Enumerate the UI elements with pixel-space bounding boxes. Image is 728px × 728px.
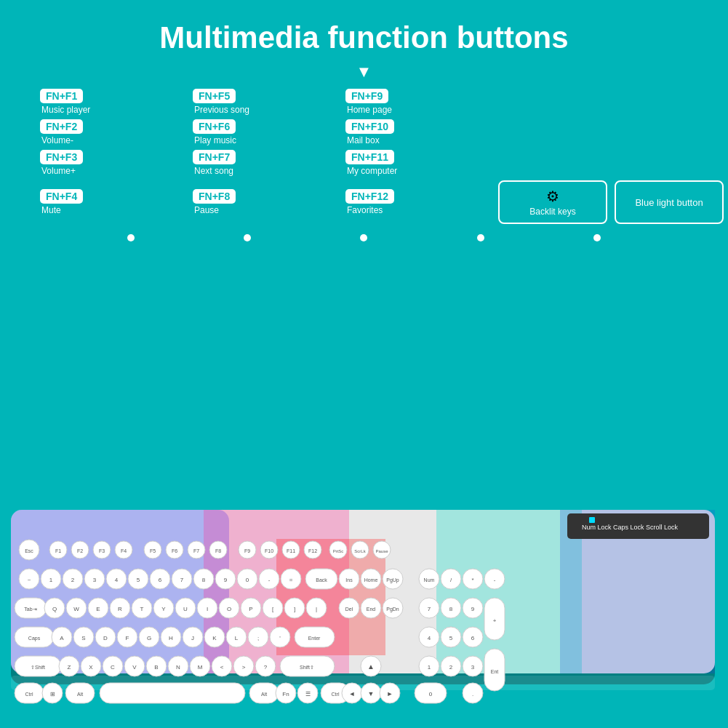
svg-text:|: | [316,606,317,612]
fn-f4: FN+F4 Mute [40,189,185,215]
svg-text:.: . [472,691,473,697]
svg-text:1: 1 [428,664,431,671]
function-row-4: FN+F4 Mute FN+F8 Pause FN+F12 Favorites … [0,180,728,224]
svg-text:F6: F6 [172,548,177,553]
fn-f9-key: FN+F9 [345,89,388,103]
fn-f2-desc: Volume- [40,135,185,145]
fn-f8-desc: Pause [193,205,338,215]
blue-light-label: Blue light button [635,197,703,208]
svg-text:B: B [154,664,158,671]
fn-f6-desc: Play music [193,135,338,145]
fn-f2: FN+F2 Volume- [40,119,185,145]
svg-text:Ctrl: Ctrl [332,692,340,697]
svg-text:U: U [183,606,188,612]
fn-f3: FN+F3 Volume+ [40,150,185,176]
svg-text:0: 0 [246,577,249,583]
fn-f5-desc: Previous song [193,105,338,115]
svg-text:6: 6 [471,635,475,641]
svg-text:J: J [191,635,194,641]
svg-text:F5: F5 [150,548,156,553]
svg-rect-10 [611,517,617,523]
svg-text:Ins: Ins [345,577,353,583]
fn-f1-desc: Music player [40,105,185,115]
svg-text:6: 6 [159,577,162,583]
svg-text:F2: F2 [77,548,83,553]
fn-f5: FN+F5 Previous song [193,89,338,115]
svg-text:9: 9 [224,577,228,583]
svg-text:PrtSc: PrtSc [333,549,344,553]
fn-f8-key: FN+F8 [193,189,236,204]
svg-text:Home: Home [364,577,378,583]
svg-text:*: * [471,577,473,583]
svg-text:⇧Shift: ⇧Shift [31,665,45,670]
svg-text:Back: Back [316,577,327,583]
fn-f11: FN+F11 My computer [345,150,491,176]
fn-f4-key: FN+F4 [40,189,83,204]
fn-f7-desc: Next song [193,166,338,176]
svg-text:1: 1 [49,577,53,583]
svg-text:<: < [220,664,224,671]
svg-text:Fn: Fn [282,691,289,697]
backlit-keys-box: ⚙ Backlit keys [498,180,607,224]
svg-text:I: I [207,606,208,612]
svg-text:►: ► [387,690,393,697]
dot-5 [593,234,601,241]
svg-text:C: C [111,664,115,671]
svg-rect-11 [633,517,639,523]
fn-f8: FN+F8 Pause [193,189,338,215]
svg-text:N: N [176,664,180,671]
svg-text:Q: Q [52,606,57,612]
svg-text:7: 7 [180,577,184,583]
fn-f10: FN+F10 Mail box [345,119,491,145]
svg-text:⊞: ⊞ [50,691,55,697]
svg-text:F8: F8 [215,548,221,553]
svg-text:F7: F7 [193,548,199,553]
svg-text:-: - [268,577,271,583]
svg-text:5: 5 [449,635,453,641]
svg-rect-2 [11,510,229,673]
svg-text:3: 3 [471,664,475,671]
svg-text:▲: ▲ [367,663,375,671]
svg-text:K: K [212,635,217,641]
svg-text:F9: F9 [244,548,250,553]
function-row-1: FN+F1 Music player FN+F5 Previous song F… [0,89,728,115]
svg-text:Ent: Ent [491,669,499,674]
fn-f6-key: FN+F6 [193,119,236,134]
svg-text:F12: F12 [308,548,317,553]
svg-text:W: W [73,606,79,612]
svg-text:Tab⇥: Tab⇥ [24,607,36,612]
svg-text:L: L [235,635,239,641]
svg-text:F: F [126,635,129,641]
svg-text:Shift⇧: Shift⇧ [300,665,314,670]
svg-text:8: 8 [202,577,206,583]
page-container: Multimedia function buttons ▼ FN+F1 Musi… [0,0,728,728]
svg-text:▼: ▼ [368,690,375,697]
svg-text:8: 8 [449,606,453,612]
svg-text:F1: F1 [55,548,61,553]
fn-f9-desc: Home page [345,105,491,115]
svg-text:3: 3 [93,577,97,583]
gear-icon: ⚙ [546,188,559,205]
backlit-keys-label: Backlit keys [529,207,575,217]
arrow-indicator: ▼ [0,63,728,81]
dot-3 [360,234,367,241]
svg-text:D: D [103,635,108,641]
blue-light-box: Blue light button [615,180,724,224]
svg-text:~: ~ [28,577,31,583]
svg-text:F3: F3 [99,548,105,553]
svg-text:Del: Del [345,607,353,612]
svg-text:7: 7 [428,606,431,612]
fn-f12-desc: Favorites [345,205,491,215]
keyboard-svg: Num Lock Caps Lock Scroll Lock Esc F1 F2… [0,495,728,728]
svg-text:Alt: Alt [261,692,267,697]
keyboard-area: Num Lock Caps Lock Scroll Lock Esc F1 F2… [0,495,728,728]
fn-f9: FN+F9 Home page [345,89,491,115]
fn-f4-desc: Mute [40,205,185,215]
svg-text:;: ; [257,635,259,641]
svg-text:4: 4 [428,635,431,641]
svg-text:F10: F10 [265,548,273,553]
svg-text:Caps: Caps [28,636,41,641]
fn-f10-desc: Mail box [345,135,491,145]
fn-f10-key: FN+F10 [345,119,394,134]
svg-text:M: M [198,664,203,671]
